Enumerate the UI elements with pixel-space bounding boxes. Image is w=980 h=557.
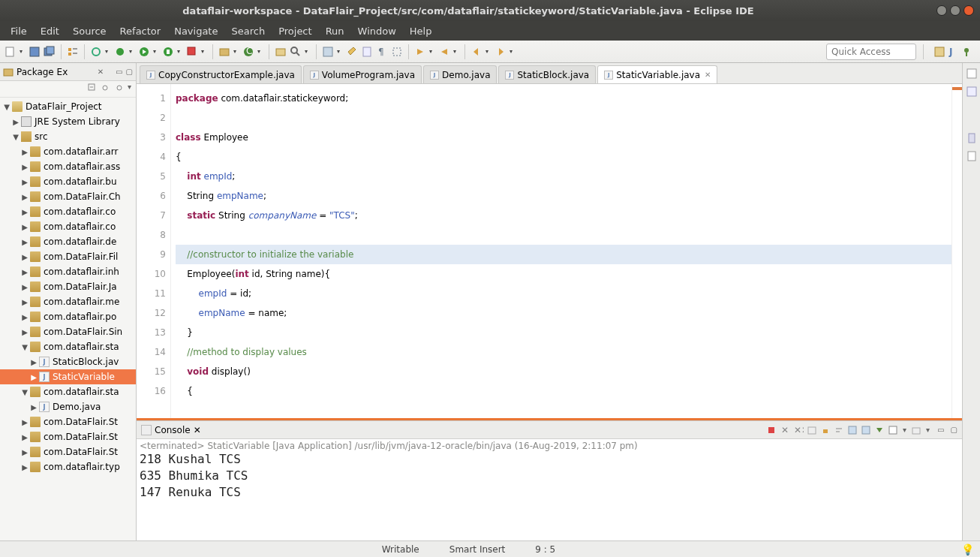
collapse-all-icon[interactable] [87,83,98,93]
tree-node[interactable]: ▶com.dataflair.po [0,309,136,324]
run-icon[interactable] [138,46,150,58]
external-tools-icon[interactable] [186,46,198,58]
toggle-breadcrumb-icon[interactable] [67,46,79,58]
tree-node[interactable]: ▶com.dataflair.arr [0,144,136,159]
tree-node[interactable]: ▶com.DataFlair.St [0,444,136,459]
word-wrap-icon[interactable] [834,425,844,435]
back-icon[interactable] [470,46,482,58]
tree-node[interactable]: ▶com.DataFlair.Sin [0,324,136,339]
menu-source[interactable]: Source [67,23,113,40]
show-console-icon[interactable] [874,425,885,435]
tree-node[interactable]: ▶StaticBlock.jav [0,354,136,369]
last-edit-icon[interactable] [346,46,358,58]
tree-node[interactable]: ▶JRE System Library [0,114,136,129]
menu-window[interactable]: Window [352,23,402,40]
tree-node[interactable]: ▶com.DataFlair.St [0,414,136,429]
new-java-package-icon[interactable] [218,46,230,58]
toggle-block-select-icon[interactable] [391,46,403,58]
overview-ruler[interactable] [951,84,962,418]
tree-node[interactable]: ▶com.DataFlair.St [0,429,136,444]
menu-refactor[interactable]: Refactor [114,23,167,40]
minimize-icon[interactable] [936,5,947,16]
tree-node[interactable]: ▶com.DataFlair.Fil [0,249,136,264]
code-editor[interactable]: 12345678910111213141516 package com.data… [137,84,962,420]
tree-node[interactable]: ▶com.dataflair.co [0,204,136,219]
view-maximize-icon[interactable]: ▢ [126,68,133,76]
open-console-icon[interactable] [888,425,898,435]
editor-tab[interactable]: StaticVariable.java✕ [597,65,717,83]
new-console-icon[interactable] [911,425,921,435]
tree-node[interactable]: ▶com.dataflair.typ [0,459,136,474]
new-java-class-icon[interactable]: C [242,46,254,58]
open-perspective-icon[interactable] [933,46,945,58]
tree-node[interactable]: ▶com.dataflair.ass [0,159,136,174]
tree-node[interactable]: ▶com.dataflair.me [0,294,136,309]
view-minimize-icon[interactable]: ▭ [116,68,122,76]
menu-run[interactable]: Run [320,23,350,40]
terminate-icon[interactable] [766,425,777,435]
tree-node[interactable]: ▶com.dataflair.de [0,234,136,249]
save-icon[interactable] [29,46,41,58]
tip-icon[interactable]: 💡 [961,543,974,555]
minimap-icon[interactable] [966,132,978,144]
focus-task-icon[interactable] [114,83,125,93]
menu-help[interactable]: Help [404,23,438,40]
editor-tab[interactable]: Demo.java [423,65,497,83]
prev-annotation-icon[interactable] [438,46,450,58]
tree-node[interactable]: ▶com.DataFlair.Ja [0,279,136,294]
toggle-mark-icon[interactable] [361,46,373,58]
skip-breakpoints-icon[interactable] [90,46,102,58]
tree-node[interactable]: ▶com.DataFlair.Ch [0,189,136,204]
pin-console-icon[interactable] [847,425,858,435]
console-close-icon[interactable]: ✕ [194,425,201,435]
save-all-icon[interactable] [44,46,56,58]
editor-tab[interactable]: VolumeProgram.java [303,65,422,83]
menu-project[interactable]: Project [272,23,317,40]
tree-node[interactable]: ▼src [0,129,136,144]
forward-icon[interactable] [495,46,507,58]
remove-launch-icon[interactable]: ✕ [780,425,790,435]
tree-node[interactable]: ▼com.dataflair.sta [0,384,136,399]
bookmark-icon[interactable] [966,150,978,162]
maximize-icon[interactable] [950,5,960,16]
open-type-icon[interactable] [275,46,287,58]
remove-all-icon[interactable]: ✕✕ [793,425,804,435]
quick-access-input[interactable] [826,44,916,60]
tab-close-icon[interactable]: ✕ [705,71,711,79]
outline-icon[interactable] [966,86,978,98]
tree-node[interactable]: ▼com.dataflair.sta [0,339,136,354]
menu-navigate[interactable]: Navigate [168,23,224,40]
display-console-icon[interactable] [861,425,871,435]
close-icon[interactable] [963,5,974,16]
console-minimize-icon[interactable]: ▭ [937,426,944,434]
editor-tab[interactable]: CopyConstructorExample.java [140,65,302,83]
console-dd2-icon[interactable]: ▾ [926,426,930,434]
tree-node[interactable]: ▶com.dataflair.co [0,219,136,234]
coverage-icon[interactable] [162,46,174,58]
view-close-icon[interactable]: ✕ [98,68,104,76]
tree-node[interactable]: ▶com.dataflair.bu [0,174,136,189]
menu-search[interactable]: Search [225,23,271,40]
annotation-nav-icon[interactable] [322,46,334,58]
clear-console-icon[interactable] [807,425,817,435]
tree-node[interactable]: ▶com.dataflair.inh [0,264,136,279]
scroll-lock-icon[interactable] [820,425,831,435]
package-explorer-tree[interactable]: ▼DataFlair_Project▶JRE System Library▼sr… [0,98,136,540]
next-annotation-icon[interactable] [414,46,426,58]
show-whitespace-icon[interactable]: ¶ [376,46,388,58]
java-perspective-icon[interactable]: J [947,46,959,58]
tasklist-icon[interactable] [966,68,978,80]
console-output[interactable]: 218 Kushal TCS 635 Bhumika TCS 147 Renuk… [140,451,959,501]
tree-node[interactable]: ▼DataFlair_Project [0,99,136,114]
code-area[interactable]: package com.dataflair.statickeyword; cla… [171,84,951,418]
debug-icon[interactable] [114,46,126,58]
search-icon[interactable] [290,46,302,58]
new-icon[interactable] [5,46,17,58]
console-maximize-icon[interactable]: ▢ [951,426,957,434]
menu-file[interactable]: File [5,23,33,40]
menu-edit[interactable]: Edit [35,23,65,40]
tree-node[interactable]: ▶Demo.java [0,399,136,414]
link-editor-icon[interactable] [101,83,111,93]
console-dd-icon[interactable]: ▾ [903,426,906,434]
editor-tab[interactable]: StaticBlock.java [498,65,596,83]
